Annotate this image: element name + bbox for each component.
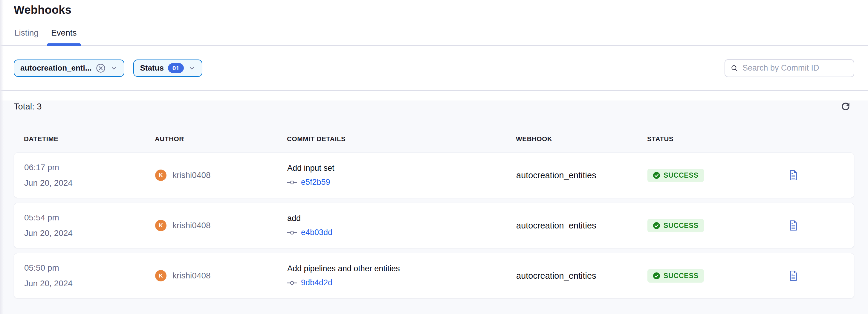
- summary-row: Total: 3: [14, 101, 854, 112]
- payload-details-button[interactable]: [789, 270, 798, 282]
- col-header-status: STATUS: [647, 135, 788, 143]
- search-input[interactable]: [742, 63, 848, 73]
- datetime-cell: 05:50 pm Jun 20, 2024: [24, 260, 155, 291]
- avatar: K: [155, 220, 166, 231]
- status-label: SUCCESS: [663, 222, 699, 230]
- event-time: 05:50 pm: [24, 260, 155, 276]
- events-list: 06:17 pm Jun 20, 2024 K krishi0408 Add i…: [14, 152, 854, 298]
- search-box[interactable]: [724, 59, 854, 77]
- refresh-icon: [840, 101, 851, 112]
- commit-id-link[interactable]: e5f2b59: [301, 178, 330, 187]
- commit-line: e4b03dd: [287, 228, 516, 237]
- event-date: Jun 20, 2024: [24, 276, 155, 291]
- commit-message: add: [287, 214, 516, 223]
- tab-events[interactable]: Events: [47, 20, 81, 45]
- webhook-name: autocreation_entities: [516, 170, 647, 180]
- commit-message: Add pipelines and other entities: [287, 264, 516, 273]
- document-icon: [789, 170, 798, 181]
- author-cell: K krishi0408: [155, 170, 287, 181]
- status-filter-chip[interactable]: Status 01: [133, 59, 203, 77]
- commit-id-link[interactable]: 9db4d2d: [301, 278, 332, 287]
- commit-details-cell: add e4b03dd: [287, 214, 516, 237]
- refresh-button[interactable]: [839, 100, 852, 113]
- status-badge: SUCCESS: [647, 219, 704, 232]
- datetime-cell: 05:54 pm Jun 20, 2024: [24, 210, 155, 241]
- tab-events-label: Events: [51, 28, 77, 38]
- webhook-filter-label: autocreation_enti...: [20, 63, 91, 73]
- webhook-name: autocreation_entities: [516, 221, 647, 231]
- tab-listing[interactable]: Listing: [10, 20, 43, 45]
- webhook-filter-chip[interactable]: autocreation_enti...: [14, 59, 124, 77]
- action-cell: [789, 270, 854, 282]
- commit-line: e5f2b59: [287, 178, 516, 187]
- status-label: SUCCESS: [663, 272, 699, 280]
- tab-listing-label: Listing: [14, 28, 38, 38]
- author-name: krishi0408: [173, 221, 211, 230]
- table-row: 06:17 pm Jun 20, 2024 K krishi0408 Add i…: [14, 152, 854, 198]
- event-date: Jun 20, 2024: [24, 226, 155, 241]
- col-header-webhook: WEBHOOK: [516, 135, 647, 143]
- search-icon: [731, 64, 738, 73]
- status-label: SUCCESS: [663, 171, 699, 179]
- event-date: Jun 20, 2024: [24, 175, 155, 191]
- document-icon: [789, 270, 798, 281]
- commit-icon: [287, 180, 297, 185]
- payload-details-button[interactable]: [789, 220, 798, 231]
- tab-bar: Listing Events: [0, 20, 868, 46]
- commit-icon: [287, 230, 297, 235]
- author-cell: K krishi0408: [155, 220, 287, 231]
- avatar: K: [155, 170, 166, 181]
- chevron-down-icon[interactable]: [188, 64, 196, 72]
- payload-details-button[interactable]: [789, 169, 798, 181]
- title-bar: Webhooks: [0, 0, 868, 20]
- check-circle-icon: [653, 172, 660, 179]
- table-row: 05:50 pm Jun 20, 2024 K krishi0408 Add p…: [14, 253, 854, 298]
- document-icon: [789, 220, 798, 231]
- chevron-down-icon[interactable]: [110, 64, 118, 72]
- col-header-commit-details: COMMIT DETAILS: [287, 135, 516, 143]
- status-badge: SUCCESS: [647, 169, 704, 182]
- commit-line: 9db4d2d: [287, 278, 516, 287]
- filter-bar: autocreation_enti... Status 01: [0, 46, 868, 91]
- col-header-author: AUTHOR: [155, 135, 287, 143]
- author-name: krishi0408: [173, 170, 211, 180]
- status-badge: SUCCESS: [647, 269, 704, 283]
- event-time: 06:17 pm: [24, 160, 155, 175]
- commit-message: Add input set: [287, 164, 516, 173]
- avatar: K: [155, 270, 166, 281]
- webhook-name: autocreation_entities: [516, 271, 647, 281]
- datetime-cell: 06:17 pm Jun 20, 2024: [24, 160, 155, 191]
- action-cell: [789, 169, 854, 181]
- check-circle-icon: [653, 222, 660, 229]
- status-count-badge: 01: [168, 63, 184, 73]
- close-circle-icon[interactable]: [96, 63, 106, 73]
- col-header-datetime: DATETIME: [24, 135, 155, 143]
- author-name: krishi0408: [173, 271, 211, 281]
- total-count: Total: 3: [14, 102, 42, 112]
- page-title: Webhooks: [14, 4, 71, 17]
- status-filter-label: Status: [140, 63, 163, 73]
- table-row: 05:54 pm Jun 20, 2024 K krishi0408 add e…: [14, 203, 854, 248]
- event-time: 05:54 pm: [24, 210, 155, 226]
- commit-id-link[interactable]: e4b03dd: [301, 228, 332, 237]
- events-content: Total: 3 DATETIME AUTHOR COMMIT DETAILS …: [0, 101, 868, 314]
- check-circle-icon: [653, 272, 660, 280]
- action-cell: [789, 220, 854, 231]
- commit-details-cell: Add input set e5f2b59: [287, 164, 516, 187]
- table-header: DATETIME AUTHOR COMMIT DETAILS WEBHOOK S…: [14, 135, 854, 144]
- commit-details-cell: Add pipelines and other entities 9db4d2d: [287, 264, 516, 287]
- commit-icon: [287, 281, 297, 285]
- author-cell: K krishi0408: [155, 270, 287, 281]
